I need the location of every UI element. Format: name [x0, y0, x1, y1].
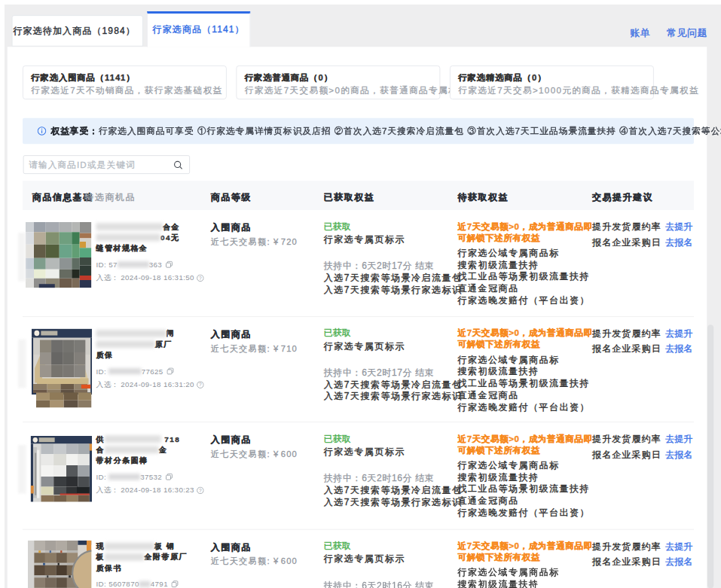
- svg-text:?: ?: [199, 382, 202, 387]
- svg-text:?: ?: [199, 275, 202, 280]
- svg-text:?: ?: [199, 487, 202, 492]
